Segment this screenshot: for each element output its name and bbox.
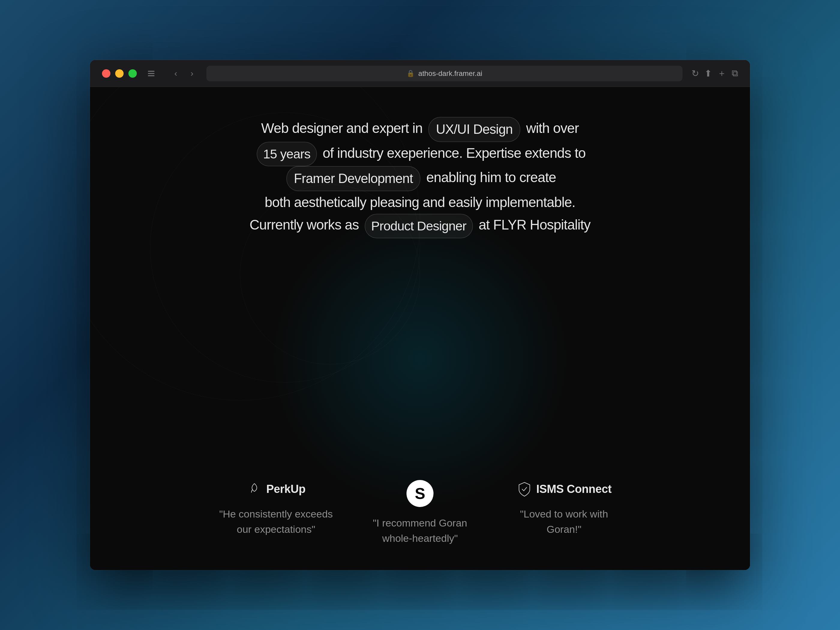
svg-rect-0 [148, 71, 155, 72]
hero-line1-pre: Web designer and expert in [261, 120, 423, 136]
browser-actions: ↻ ⬆ ＋ ⧉ [692, 67, 738, 79]
back-button[interactable]: ‹ [171, 68, 181, 79]
testimonials-section: PerkUp "He consistently exceeds our expe… [90, 462, 750, 570]
url-text: athos-dark.framer.ai [418, 69, 482, 78]
browser-controls: ‹ › [171, 68, 197, 79]
uxui-design-pill[interactable]: UX/UI Design [428, 117, 520, 142]
hero-section: Web designer and expert in UX/UI Design … [90, 87, 750, 462]
hero-line5-post: at FLYR Hospitality [478, 217, 591, 232]
svg-rect-2 [148, 75, 155, 76]
reload-icon[interactable]: ↻ [692, 68, 699, 79]
stripe-avatar: S [406, 480, 434, 507]
perkup-name: PerkUp [267, 483, 306, 496]
perkup-logo: PerkUp [246, 480, 306, 498]
product-designer-pill[interactable]: Product Designer [365, 214, 473, 238]
stripe-quote: "I recommend Goran whole-heartedly" [363, 515, 477, 546]
new-tab-icon[interactable]: ＋ [717, 67, 726, 79]
lock-icon: 🔒 [406, 69, 415, 77]
browser-chrome: ‹ › 🔒 athos-dark.framer.ai ↻ ⬆ ＋ ⧉ [90, 60, 750, 87]
testimonial-isms: ISMS Connect "Loved to work with Goran!" [507, 480, 621, 546]
framer-pill[interactable]: Framer Development [286, 166, 421, 191]
perkup-quote: "He consistently exceeds our expectation… [219, 507, 333, 537]
traffic-lights [102, 69, 137, 78]
stripe-letter: S [415, 485, 425, 502]
tabs-icon[interactable]: ⧉ [732, 68, 738, 79]
hero-text: Web designer and expert in UX/UI Design … [249, 117, 591, 238]
hero-line2-post: of industry exeperience. Expertise exten… [322, 145, 586, 161]
isms-icon [516, 481, 532, 497]
forward-button[interactable]: › [186, 68, 197, 79]
testimonial-stripe: S "I recommend Goran whole-heartedly" [363, 480, 477, 546]
svg-rect-1 [148, 73, 155, 74]
isms-quote: "Loved to work with Goran!" [507, 507, 621, 537]
browser-window: ‹ › 🔒 athos-dark.framer.ai ↻ ⬆ ＋ ⧉ Web d… [90, 60, 750, 570]
perkup-icon [246, 481, 262, 497]
address-bar[interactable]: 🔒 athos-dark.framer.ai [207, 66, 682, 81]
isms-logo: ISMS Connect [516, 480, 612, 498]
hero-line3-post: enabling him to create [426, 169, 556, 185]
hero-line4: both aesthetically pleasing and easily i… [265, 194, 575, 210]
isms-name: ISMS Connect [537, 483, 612, 496]
traffic-light-yellow[interactable] [115, 69, 123, 78]
browser-content: Web designer and expert in UX/UI Design … [90, 87, 750, 570]
hero-line1-post: with over [526, 120, 579, 136]
years-pill[interactable]: 15 years [257, 142, 317, 166]
traffic-light-green[interactable] [128, 69, 137, 78]
sidebar-toggle-button[interactable] [146, 68, 156, 79]
share-icon[interactable]: ⬆ [704, 68, 712, 79]
traffic-light-red[interactable] [102, 69, 111, 78]
testimonial-perkup: PerkUp "He consistently exceeds our expe… [219, 480, 333, 546]
hero-line5-pre: Currently works as [249, 217, 359, 232]
